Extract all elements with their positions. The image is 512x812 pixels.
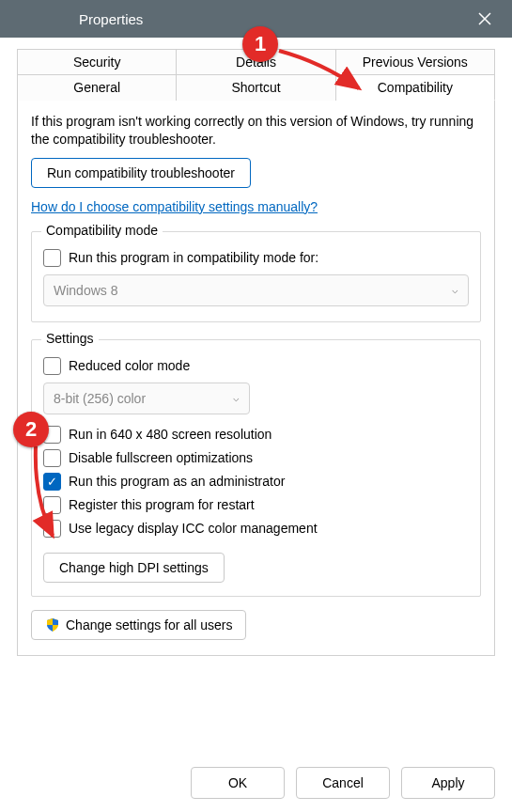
tab-panel: If this program isn't working correctly … (17, 100, 495, 656)
close-icon[interactable] (471, 5, 499, 33)
tab-general[interactable]: General (17, 74, 177, 101)
compat-mode-value: Windows 8 (54, 283, 117, 298)
checkbox-icon (43, 496, 61, 514)
legacy-icc-label: Use legacy display ICC color management (69, 521, 318, 536)
compat-mode-select[interactable]: Windows 8 ⌵ (43, 274, 469, 306)
legacy-icc-checkbox[interactable]: Use legacy display ICC color management (43, 520, 469, 538)
tab-security[interactable]: Security (17, 49, 177, 74)
chevron-down-icon: ⌵ (452, 284, 458, 296)
reduced-color-checkbox[interactable]: Reduced color mode (43, 357, 469, 375)
register-restart-checkbox[interactable]: Register this program for restart (43, 496, 469, 514)
run-as-admin-checkbox[interactable]: ✓ Run this program as an administrator (43, 473, 469, 491)
disable-fullscreen-label: Disable fullscreen optimizations (69, 450, 253, 465)
reduced-color-label: Reduced color mode (69, 358, 190, 373)
chevron-down-icon: ⌵ (233, 392, 240, 404)
content-area: Security Details Previous Versions Gener… (0, 38, 512, 667)
checkbox-icon (43, 249, 61, 267)
annotation-marker-1: 1 (242, 26, 278, 62)
tab-previous-versions[interactable]: Previous Versions (336, 49, 495, 74)
checkbox-icon (43, 449, 61, 467)
annotation-marker-2: 2 (13, 412, 49, 447)
dialog-footer: OK Cancel Apply (191, 767, 495, 799)
run-as-admin-label: Run this program as an administrator (69, 474, 285, 489)
change-dpi-button[interactable]: Change high DPI settings (43, 553, 225, 583)
checkbox-icon (43, 520, 61, 538)
ok-button[interactable]: OK (191, 767, 285, 799)
compat-mode-label: Run this program in compatibility mode f… (69, 250, 318, 265)
checkbox-checked-icon: ✓ (43, 473, 61, 491)
change-all-users-button[interactable]: Change settings for all users (31, 610, 246, 640)
intro-text: If this program isn't working correctly … (31, 113, 481, 148)
color-mode-value: 8-bit (256) color (54, 391, 146, 406)
run-troubleshooter-button[interactable]: Run compatibility troubleshooter (31, 158, 251, 188)
settings-group-title: Settings (41, 331, 99, 346)
compat-group-title: Compatibility mode (41, 223, 163, 238)
tab-compatibility[interactable]: Compatibility (336, 74, 495, 101)
change-all-users-label: Change settings for all users (66, 617, 232, 632)
window-title: Properties (23, 11, 143, 27)
settings-group: Settings Reduced color mode 8-bit (256) … (31, 339, 481, 597)
apply-button[interactable]: Apply (401, 767, 495, 799)
help-link[interactable]: How do I choose compatibility settings m… (31, 199, 318, 214)
compat-mode-group: Compatibility mode Run this program in c… (31, 231, 481, 322)
run-640-checkbox[interactable]: Run in 640 x 480 screen resolution (43, 426, 469, 444)
disable-fullscreen-checkbox[interactable]: Disable fullscreen optimizations (43, 449, 469, 467)
tab-shortcut[interactable]: Shortcut (177, 74, 335, 101)
register-restart-label: Register this program for restart (69, 497, 255, 512)
color-mode-select[interactable]: 8-bit (256) color ⌵ (43, 383, 250, 414)
shield-icon (45, 617, 60, 632)
run-640-label: Run in 640 x 480 screen resolution (69, 427, 272, 442)
compat-mode-checkbox[interactable]: Run this program in compatibility mode f… (43, 249, 469, 267)
checkbox-icon (43, 357, 61, 375)
cancel-button[interactable]: Cancel (296, 767, 390, 799)
